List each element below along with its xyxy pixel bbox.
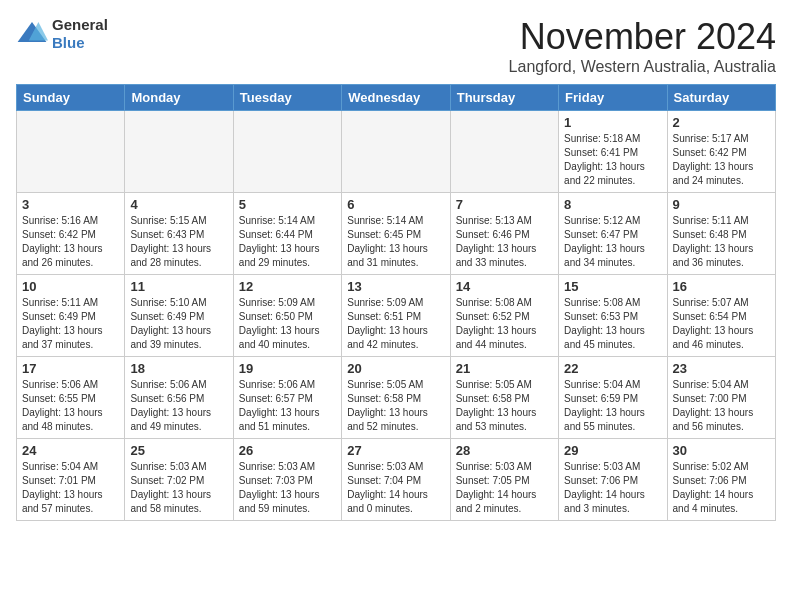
day-number: 17 [22, 361, 119, 376]
calendar-cell: 18Sunrise: 5:06 AMSunset: 6:56 PMDayligh… [125, 357, 233, 439]
cell-info: Sunrise: 5:03 AMSunset: 7:06 PMDaylight:… [564, 460, 661, 516]
calendar-cell: 17Sunrise: 5:06 AMSunset: 6:55 PMDayligh… [17, 357, 125, 439]
calendar-header-row: SundayMondayTuesdayWednesdayThursdayFrid… [17, 85, 776, 111]
calendar-cell: 24Sunrise: 5:04 AMSunset: 7:01 PMDayligh… [17, 439, 125, 521]
cell-info: Sunrise: 5:12 AMSunset: 6:47 PMDaylight:… [564, 214, 661, 270]
cell-info: Sunrise: 5:03 AMSunset: 7:04 PMDaylight:… [347, 460, 444, 516]
calendar-cell: 13Sunrise: 5:09 AMSunset: 6:51 PMDayligh… [342, 275, 450, 357]
calendar-cell: 12Sunrise: 5:09 AMSunset: 6:50 PMDayligh… [233, 275, 341, 357]
cell-info: Sunrise: 5:03 AMSunset: 7:05 PMDaylight:… [456, 460, 553, 516]
header: General Blue November 2024 Langford, Wes… [16, 16, 776, 76]
day-number: 29 [564, 443, 661, 458]
day-number: 7 [456, 197, 553, 212]
day-number: 16 [673, 279, 770, 294]
day-header-monday: Monday [125, 85, 233, 111]
day-number: 13 [347, 279, 444, 294]
day-number: 24 [22, 443, 119, 458]
cell-info: Sunrise: 5:02 AMSunset: 7:06 PMDaylight:… [673, 460, 770, 516]
calendar-cell: 11Sunrise: 5:10 AMSunset: 6:49 PMDayligh… [125, 275, 233, 357]
calendar-cell: 25Sunrise: 5:03 AMSunset: 7:02 PMDayligh… [125, 439, 233, 521]
day-number: 9 [673, 197, 770, 212]
day-header-friday: Friday [559, 85, 667, 111]
logo-icon [16, 18, 48, 50]
logo-general-text: General [52, 16, 108, 34]
day-header-saturday: Saturday [667, 85, 775, 111]
calendar-cell: 4Sunrise: 5:15 AMSunset: 6:43 PMDaylight… [125, 193, 233, 275]
calendar-cell: 19Sunrise: 5:06 AMSunset: 6:57 PMDayligh… [233, 357, 341, 439]
day-number: 21 [456, 361, 553, 376]
day-number: 25 [130, 443, 227, 458]
cell-info: Sunrise: 5:06 AMSunset: 6:56 PMDaylight:… [130, 378, 227, 434]
day-number: 20 [347, 361, 444, 376]
cell-info: Sunrise: 5:09 AMSunset: 6:51 PMDaylight:… [347, 296, 444, 352]
calendar-cell: 20Sunrise: 5:05 AMSunset: 6:58 PMDayligh… [342, 357, 450, 439]
month-title: November 2024 [509, 16, 776, 58]
calendar-week-4: 17Sunrise: 5:06 AMSunset: 6:55 PMDayligh… [17, 357, 776, 439]
calendar-table: SundayMondayTuesdayWednesdayThursdayFrid… [16, 84, 776, 521]
cell-info: Sunrise: 5:05 AMSunset: 6:58 PMDaylight:… [456, 378, 553, 434]
day-number: 3 [22, 197, 119, 212]
cell-info: Sunrise: 5:04 AMSunset: 7:01 PMDaylight:… [22, 460, 119, 516]
day-number: 23 [673, 361, 770, 376]
calendar-cell: 8Sunrise: 5:12 AMSunset: 6:47 PMDaylight… [559, 193, 667, 275]
cell-info: Sunrise: 5:09 AMSunset: 6:50 PMDaylight:… [239, 296, 336, 352]
calendar-cell: 21Sunrise: 5:05 AMSunset: 6:58 PMDayligh… [450, 357, 558, 439]
cell-info: Sunrise: 5:11 AMSunset: 6:48 PMDaylight:… [673, 214, 770, 270]
day-number: 6 [347, 197, 444, 212]
logo: General Blue [16, 16, 108, 52]
day-header-sunday: Sunday [17, 85, 125, 111]
calendar-cell: 29Sunrise: 5:03 AMSunset: 7:06 PMDayligh… [559, 439, 667, 521]
cell-info: Sunrise: 5:08 AMSunset: 6:53 PMDaylight:… [564, 296, 661, 352]
calendar-cell: 14Sunrise: 5:08 AMSunset: 6:52 PMDayligh… [450, 275, 558, 357]
calendar-cell: 7Sunrise: 5:13 AMSunset: 6:46 PMDaylight… [450, 193, 558, 275]
cell-info: Sunrise: 5:14 AMSunset: 6:45 PMDaylight:… [347, 214, 444, 270]
day-number: 2 [673, 115, 770, 130]
day-number: 4 [130, 197, 227, 212]
cell-info: Sunrise: 5:08 AMSunset: 6:52 PMDaylight:… [456, 296, 553, 352]
cell-info: Sunrise: 5:03 AMSunset: 7:03 PMDaylight:… [239, 460, 336, 516]
cell-info: Sunrise: 5:17 AMSunset: 6:42 PMDaylight:… [673, 132, 770, 188]
calendar-cell: 26Sunrise: 5:03 AMSunset: 7:03 PMDayligh… [233, 439, 341, 521]
day-number: 15 [564, 279, 661, 294]
day-header-tuesday: Tuesday [233, 85, 341, 111]
day-number: 10 [22, 279, 119, 294]
logo-blue-text: Blue [52, 34, 108, 52]
day-number: 5 [239, 197, 336, 212]
day-number: 19 [239, 361, 336, 376]
calendar-cell [17, 111, 125, 193]
day-number: 18 [130, 361, 227, 376]
day-number: 1 [564, 115, 661, 130]
cell-info: Sunrise: 5:04 AMSunset: 6:59 PMDaylight:… [564, 378, 661, 434]
cell-info: Sunrise: 5:15 AMSunset: 6:43 PMDaylight:… [130, 214, 227, 270]
calendar-cell: 10Sunrise: 5:11 AMSunset: 6:49 PMDayligh… [17, 275, 125, 357]
cell-info: Sunrise: 5:06 AMSunset: 6:57 PMDaylight:… [239, 378, 336, 434]
calendar-cell: 15Sunrise: 5:08 AMSunset: 6:53 PMDayligh… [559, 275, 667, 357]
calendar-week-3: 10Sunrise: 5:11 AMSunset: 6:49 PMDayligh… [17, 275, 776, 357]
day-number: 26 [239, 443, 336, 458]
day-number: 14 [456, 279, 553, 294]
calendar-cell: 2Sunrise: 5:17 AMSunset: 6:42 PMDaylight… [667, 111, 775, 193]
cell-info: Sunrise: 5:11 AMSunset: 6:49 PMDaylight:… [22, 296, 119, 352]
calendar-cell: 3Sunrise: 5:16 AMSunset: 6:42 PMDaylight… [17, 193, 125, 275]
calendar-cell: 16Sunrise: 5:07 AMSunset: 6:54 PMDayligh… [667, 275, 775, 357]
cell-info: Sunrise: 5:04 AMSunset: 7:00 PMDaylight:… [673, 378, 770, 434]
cell-info: Sunrise: 5:18 AMSunset: 6:41 PMDaylight:… [564, 132, 661, 188]
calendar-cell: 30Sunrise: 5:02 AMSunset: 7:06 PMDayligh… [667, 439, 775, 521]
calendar-cell: 27Sunrise: 5:03 AMSunset: 7:04 PMDayligh… [342, 439, 450, 521]
day-number: 12 [239, 279, 336, 294]
cell-info: Sunrise: 5:05 AMSunset: 6:58 PMDaylight:… [347, 378, 444, 434]
calendar-cell: 6Sunrise: 5:14 AMSunset: 6:45 PMDaylight… [342, 193, 450, 275]
calendar-cell: 28Sunrise: 5:03 AMSunset: 7:05 PMDayligh… [450, 439, 558, 521]
calendar-week-5: 24Sunrise: 5:04 AMSunset: 7:01 PMDayligh… [17, 439, 776, 521]
cell-info: Sunrise: 5:13 AMSunset: 6:46 PMDaylight:… [456, 214, 553, 270]
calendar-cell [125, 111, 233, 193]
day-number: 28 [456, 443, 553, 458]
day-number: 8 [564, 197, 661, 212]
calendar-cell [342, 111, 450, 193]
location-subtitle: Langford, Western Australia, Australia [509, 58, 776, 76]
cell-info: Sunrise: 5:07 AMSunset: 6:54 PMDaylight:… [673, 296, 770, 352]
cell-info: Sunrise: 5:14 AMSunset: 6:44 PMDaylight:… [239, 214, 336, 270]
cell-info: Sunrise: 5:06 AMSunset: 6:55 PMDaylight:… [22, 378, 119, 434]
cell-info: Sunrise: 5:16 AMSunset: 6:42 PMDaylight:… [22, 214, 119, 270]
calendar-week-2: 3Sunrise: 5:16 AMSunset: 6:42 PMDaylight… [17, 193, 776, 275]
